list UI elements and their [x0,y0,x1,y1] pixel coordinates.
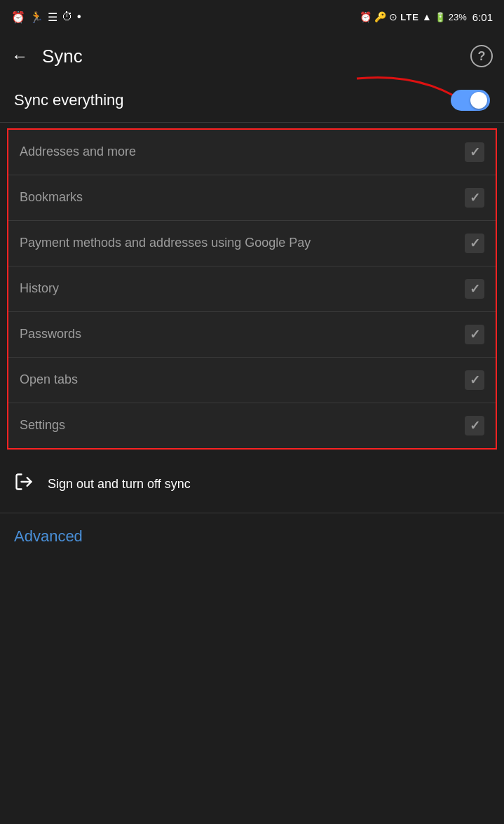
sync-item-bookmarks[interactable]: Bookmarks ✓ [8,175,496,221]
header-left: ← Sync [11,46,83,67]
sign-out-icon [14,472,34,496]
header: ← Sync ? [0,34,504,79]
checkbox-history[interactable]: ✓ [465,279,484,299]
checkmark-settings: ✓ [470,418,480,433]
sync-item-opentabs[interactable]: Open tabs ✓ [8,358,496,403]
clock-icon: ⏱ [62,11,73,23]
checkmark-opentabs: ✓ [470,372,480,388]
status-alarm-icon: ⏰ [360,11,372,22]
runner-icon: 🏃 [29,11,43,24]
sync-item-label-opentabs: Open tabs [20,372,465,388]
signal-icon: ▲ [422,11,432,22]
help-icon-label: ? [478,49,486,64]
sync-item-payment[interactable]: Payment methods and addresses using Goog… [8,221,496,266]
sync-item-label-settings: Settings [20,417,465,433]
checkbox-bookmarks[interactable]: ✓ [465,188,484,208]
checkmark-addresses: ✓ [470,144,480,160]
sync-items-container: Addresses and more ✓ Bookmarks ✓ Payment… [7,128,497,450]
advanced-label: Advanced [14,527,83,545]
sync-item-label-passwords: Passwords [20,326,465,342]
sync-item-history[interactable]: History ✓ [8,266,496,312]
checkbox-settings[interactable]: ✓ [465,416,484,435]
sync-item-label-addresses: Addresses and more [20,144,465,160]
back-button[interactable]: ← [11,46,28,66]
sync-item-label-payment: Payment methods and addresses using Goog… [20,235,465,251]
menu-icon: ☰ [48,11,57,24]
checkbox-opentabs[interactable]: ✓ [465,370,484,390]
battery-icon: 🔋 [435,12,446,22]
time-display: 6:01 [472,11,493,23]
checkmark-passwords: ✓ [470,327,480,342]
checkmark-bookmarks: ✓ [470,190,480,205]
sync-item-settings[interactable]: Settings ✓ [8,403,496,448]
battery-percent: 23% [449,12,467,22]
checkbox-passwords[interactable]: ✓ [465,325,484,344]
status-left-icons: ⏰ 🏃 ☰ ⏱ • [11,11,81,24]
checkbox-addresses[interactable]: ✓ [465,142,484,162]
status-bar: ⏰ 🏃 ☰ ⏱ • ⏰ 🔑 ⊙ LTE ▲ 🔋 23% 6:01 [0,0,504,34]
sync-item-passwords[interactable]: Passwords ✓ [8,312,496,358]
sync-item-label-bookmarks: Bookmarks [20,189,465,205]
checkbox-payment[interactable]: ✓ [465,234,484,253]
wifi-icon: ⊙ [389,11,397,22]
page-title: Sync [42,46,83,67]
sign-out-label: Sign out and turn off sync [48,477,191,492]
header-divider [0,122,504,123]
advanced-row[interactable]: Advanced [0,513,504,560]
sync-item-addresses[interactable]: Addresses and more ✓ [8,130,496,175]
sync-everything-row[interactable]: Sync everything [0,79,504,122]
alarm-icon: ⏰ [11,11,25,24]
lte-label: LTE [400,12,419,22]
key-icon: 🔑 [374,11,386,22]
sign-out-row[interactable]: Sign out and turn off sync [0,455,504,513]
checkmark-payment: ✓ [470,236,480,251]
sync-everything-toggle[interactable] [451,90,490,111]
sync-item-label-history: History [20,281,465,297]
help-button[interactable]: ? [470,45,493,67]
dot-icon: • [77,11,81,23]
status-right-icons: ⏰ 🔑 ⊙ LTE ▲ 🔋 23% 6:01 [360,11,493,23]
sync-everything-label: Sync everything [14,91,124,109]
checkmark-history: ✓ [470,281,480,297]
